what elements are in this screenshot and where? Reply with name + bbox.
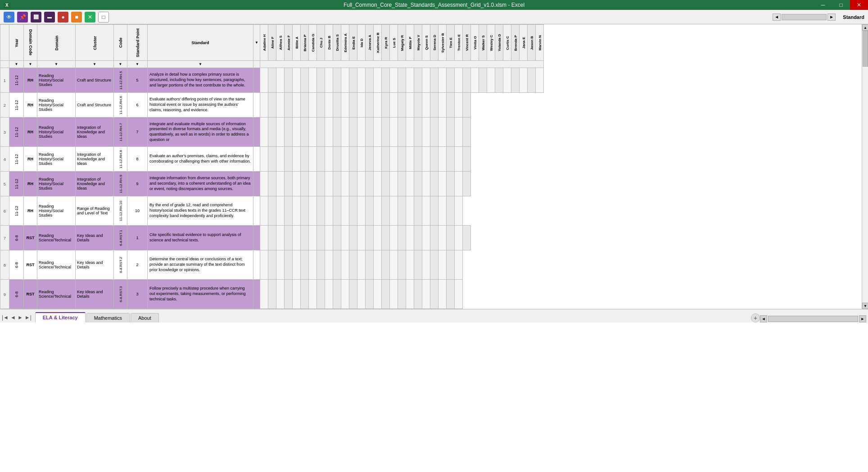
- year-cell[interactable]: 11-12: [9, 93, 24, 118]
- student-data-cell[interactable]: [439, 68, 447, 93]
- std-point-cell[interactable]: 1: [127, 226, 148, 250]
- student-data-cell[interactable]: [422, 147, 430, 172]
- student-data-cell[interactable]: [398, 226, 406, 250]
- student-data-cell[interactable]: [293, 250, 301, 280]
- student-data-cell[interactable]: [341, 226, 349, 250]
- student-data-cell[interactable]: [374, 172, 382, 196]
- student-data-cell[interactable]: [301, 147, 309, 172]
- tab-about[interactable]: About: [131, 313, 159, 322]
- cluster-cell[interactable]: Craft and Structure: [76, 93, 114, 118]
- scroll-right-button[interactable]: ►: [827, 14, 836, 21]
- cluster-cell[interactable]: Range of Reading and Level of Text: [76, 196, 114, 226]
- student-data-cell[interactable]: [422, 280, 430, 309]
- student-data-cell[interactable]: [293, 226, 301, 250]
- domain-filter[interactable]: ▼: [37, 61, 76, 68]
- student-data-cell[interactable]: [422, 226, 430, 250]
- student-data-cell[interactable]: [382, 147, 390, 172]
- cluster-cell[interactable]: Integration of Knowledge and Ideas: [76, 172, 114, 196]
- student-data-cell[interactable]: [406, 93, 414, 118]
- year-cell[interactable]: 6-8: [9, 280, 24, 309]
- student-data-cell[interactable]: [260, 250, 268, 280]
- student-data-cell[interactable]: [366, 250, 374, 280]
- code-cell[interactable]: 11-12.RH.9: [114, 172, 127, 196]
- red-circle-button[interactable]: ●: [58, 12, 68, 23]
- scroll-up-button[interactable]: ▲: [862, 24, 868, 31]
- student-data-cell[interactable]: [276, 280, 285, 309]
- standard-cell[interactable]: Integrate and evaluate multiple sources …: [148, 118, 253, 147]
- domain-code-cell[interactable]: RH: [24, 147, 37, 172]
- student-data-cell[interactable]: [357, 280, 366, 309]
- cluster-cell[interactable]: Integration of Knowledge and Ideas: [76, 118, 114, 147]
- student-data-cell[interactable]: [260, 118, 268, 147]
- standard-cell[interactable]: Cite specific textual evidence to suppor…: [148, 226, 253, 250]
- domain-code-cell[interactable]: RST: [24, 226, 37, 250]
- minimize-button[interactable]: ─: [814, 0, 832, 10]
- student-data-cell[interactable]: [414, 93, 422, 118]
- student-data-cell[interactable]: [301, 226, 309, 250]
- student-data-cell[interactable]: [260, 226, 268, 250]
- student-data-cell[interactable]: [349, 93, 357, 118]
- tab-last-button[interactable]: ►|: [25, 314, 32, 321]
- student-data-cell[interactable]: [374, 280, 382, 309]
- student-data-cell[interactable]: [406, 196, 414, 226]
- student-data-cell[interactable]: [301, 280, 309, 309]
- student-data-cell[interactable]: [430, 196, 439, 226]
- student-data-cell[interactable]: [341, 196, 349, 226]
- student-data-cell[interactable]: [414, 172, 422, 196]
- student-data-cell[interactable]: [276, 147, 285, 172]
- student-data-cell[interactable]: [293, 68, 301, 93]
- student-data-cell[interactable]: [309, 250, 317, 280]
- year-cell[interactable]: 6-8: [9, 226, 24, 250]
- student-data-cell[interactable]: [301, 250, 309, 280]
- eye-button[interactable]: 👁: [4, 12, 14, 23]
- student-data-cell[interactable]: [268, 68, 276, 93]
- student-data-cell[interactable]: [317, 147, 325, 172]
- student-data-cell[interactable]: [325, 68, 333, 93]
- domain-cell[interactable]: Reading Science/Technical: [37, 280, 76, 309]
- student-data-cell[interactable]: [309, 93, 317, 118]
- student-data-cell[interactable]: [439, 196, 447, 226]
- student-data-cell[interactable]: [374, 226, 382, 250]
- student-data-cell[interactable]: [455, 196, 463, 226]
- year-cell[interactable]: 11-12: [9, 172, 24, 196]
- student-data-cell[interactable]: [333, 147, 341, 172]
- student-data-cell[interactable]: [293, 93, 301, 118]
- student-data-cell[interactable]: [447, 118, 455, 147]
- student-data-cell[interactable]: [285, 196, 293, 226]
- domain-cell[interactable]: Reading History/Social Studies: [37, 147, 76, 172]
- student-data-cell[interactable]: [317, 196, 325, 226]
- student-data-cell[interactable]: [463, 68, 471, 93]
- student-data-cell[interactable]: [447, 280, 455, 309]
- student-data-cell[interactable]: [406, 226, 414, 250]
- student-data-cell[interactable]: [422, 196, 430, 226]
- student-data-cell[interactable]: [325, 172, 333, 196]
- student-data-cell[interactable]: [276, 250, 285, 280]
- student-data-cell[interactable]: [285, 93, 293, 118]
- std-point-cell[interactable]: 3: [127, 280, 148, 309]
- year-cell[interactable]: 11-12: [9, 68, 24, 93]
- student-data-cell[interactable]: [366, 68, 374, 93]
- student-data-cell[interactable]: [455, 147, 463, 172]
- student-data-cell[interactable]: [325, 93, 333, 118]
- student-data-cell[interactable]: [390, 280, 398, 309]
- student-data-cell[interactable]: [285, 226, 293, 250]
- student-data-cell[interactable]: [293, 196, 301, 226]
- student-data-cell[interactable]: [382, 196, 390, 226]
- student-data-cell[interactable]: [260, 93, 268, 118]
- student-data-cell[interactable]: [382, 280, 390, 309]
- scroll-track-vertical[interactable]: [862, 31, 868, 303]
- student-data-cell[interactable]: [349, 147, 357, 172]
- student-data-cell[interactable]: [414, 68, 422, 93]
- student-data-cell[interactable]: [406, 118, 414, 147]
- year-filter[interactable]: ▼: [9, 61, 24, 68]
- student-data-cell[interactable]: [430, 280, 439, 309]
- student-data-cell[interactable]: [341, 68, 349, 93]
- student-data-cell[interactable]: [341, 118, 349, 147]
- student-data-cell[interactable]: [455, 118, 463, 147]
- std-point-cell[interactable]: 9: [127, 172, 148, 196]
- student-data-cell[interactable]: [439, 147, 447, 172]
- student-data-cell[interactable]: [390, 68, 398, 93]
- student-data-cell[interactable]: [333, 93, 341, 118]
- student-data-cell[interactable]: [317, 118, 325, 147]
- code-cell[interactable]: 11-12.RH.6: [114, 93, 127, 118]
